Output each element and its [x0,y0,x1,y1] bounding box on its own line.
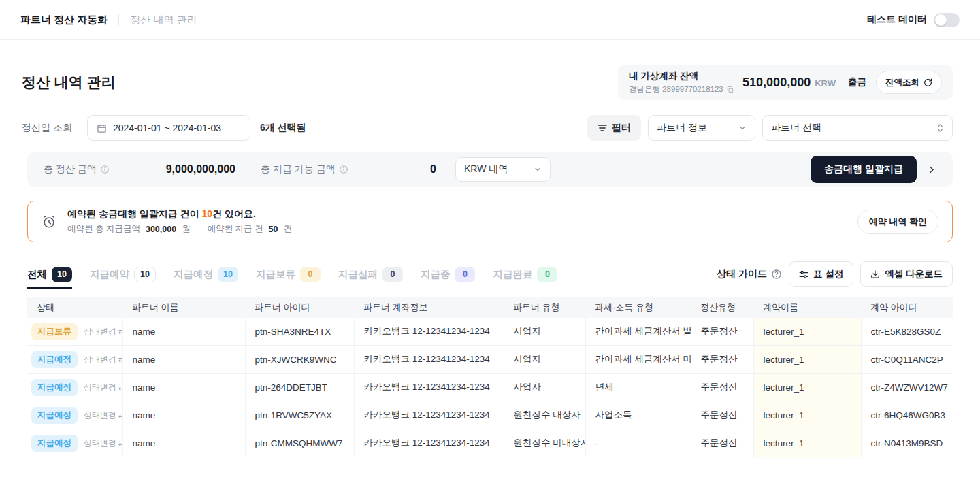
chevron-right-icon[interactable] [926,165,936,175]
calendar-icon [97,123,107,133]
cell-partner-name: name [122,374,245,401]
table-row: 지급예정상태변경⇄nameptn-264DDETJBT카카오뱅크 12-1234… [27,374,953,401]
info-icon[interactable] [339,165,348,174]
column-header: 계약 아이디 [861,297,953,318]
alert-message-suffix: 건 있어요. [212,208,256,219]
cell-partner-type: 사업자 [504,318,585,346]
table-row: 지급보류상태변경⇄nameptn-SHA3NRE4TX카카오뱅크 12-1234… [27,318,953,346]
status-badge: 지급보류 [31,323,78,340]
toggle-knob [935,14,947,26]
page-title: 정산 내역 관리 [22,73,116,92]
breadcrumb: 정산 내역 관리 [130,14,197,27]
cell-tax-type: - [585,429,691,457]
cell-partner-id: ptn-1RVWC5ZYAX [245,401,354,429]
balance-label: 내 가상계좌 잔액 [629,70,734,82]
copy-icon[interactable] [726,86,734,93]
table-row: 지급예정상태변경⇄nameptn-XJWCRK9WNC카카오뱅크 12-1234… [27,346,953,374]
cell-account: 카카오뱅크 12-12341234-1234 [354,374,504,401]
tab-label: 지급예정 [174,268,213,281]
cell-partner-id: ptn-CMMSQHMWW7 [245,429,354,457]
cell-partner-type: 사업자 [504,346,585,374]
download-icon [870,269,880,279]
test-data-toggle[interactable] [934,13,960,27]
cell-partner-id: ptn-XJWCRK9WNC [245,346,354,374]
column-header: 정산유형 [691,297,753,318]
cell-partner-id: ptn-SHA3NRE4TX [245,318,354,346]
tab-전체[interactable]: 전체10 [27,267,72,282]
test-data-label: 테스트 데이터 [867,14,927,26]
tab-label: 지급중 [421,268,451,281]
help-icon[interactable] [771,269,782,280]
column-header: 과세·소득 유형 [585,297,691,318]
cell-contract-id: ctr-N0413M9BSD [861,429,953,457]
scheduled-amount-label: 예약된 총 지급금액 [67,223,140,235]
status-change-button[interactable]: 상태변경⇄ [84,326,122,337]
status-change-button[interactable]: 상태변경⇄ [84,437,122,449]
currency-dropdown[interactable]: KRW 내역 [455,157,551,182]
tab-지급보류[interactable]: 지급보류0 [256,267,321,282]
cell-status: 지급예정상태변경⇄ [27,401,122,429]
tab-label: 지급예약 [90,268,129,281]
excel-download-button[interactable]: 엑셀 다운로드 [860,261,953,287]
summary-bar: 총 정산 금액 9,000,000,000 총 지급 가능 금액 0 KRW 내… [27,152,953,187]
date-filter-label: 정산일 조회 [22,122,72,134]
filter-button-label: 필터 [612,122,631,134]
status-change-label: 상태변경 [84,326,116,337]
swap-arrows-icon: ⇄ [118,410,122,420]
balance-currency: KRW [815,78,836,88]
date-range-input[interactable]: 2024-01-01 ~ 2024-01-03 [87,115,250,141]
balance-card: 내 가상계좌 잔액 경남은행 28999770218123 510,000,00… [618,65,953,100]
cell-contract-id: ctr-C0Q11ANC2P [861,346,953,374]
status-change-button[interactable]: 상태변경⇄ [84,354,122,365]
tab-count-badge: 10 [52,267,72,282]
bank-account-number: 경남은행 28999770218123 [629,84,723,95]
status-badge: 지급예정 [31,407,78,424]
scheduled-amount-unit: 원 [182,223,191,235]
status-change-button[interactable]: 상태변경⇄ [84,382,122,393]
tab-지급예약[interactable]: 지급예약10 [90,267,156,282]
balance-refresh-button[interactable]: 잔액조회 [876,71,942,94]
swap-arrows-icon: ⇄ [118,327,122,336]
scheduled-count-label: 예약된 지급 건 [208,223,263,235]
topbar: 파트너 정산 자동화 정산 내역 관리 테스트 데이터 [0,0,980,40]
cell-partner-name: name [122,429,245,457]
cell-account: 카카오뱅크 12-12341234-1234 [354,346,504,374]
tab-지급완료[interactable]: 지급완료0 [493,267,557,282]
tab-지급실패[interactable]: 지급실패0 [338,267,403,282]
table-settings-label: 표 설정 [813,268,843,280]
total-settlement-label: 총 정산 금액 [44,163,97,176]
updown-chevron-icon [936,123,944,133]
cell-contract-id: ctr-Z4WZWV12W7 [861,374,953,401]
cell-partner-name: name [122,318,245,346]
cell-settlement-type: 주문정산 [691,429,753,457]
tab-count-badge: 0 [300,267,321,282]
status-change-button[interactable]: 상태변경⇄ [84,410,122,421]
table-settings-button[interactable]: 표 설정 [789,261,853,287]
status-change-label: 상태변경 [84,354,116,365]
column-header: 파트너 계좌정보 [354,297,504,318]
bulk-pay-button[interactable]: 송금대행 일괄지급 [811,156,917,183]
filter-button[interactable]: 필터 [587,115,641,141]
tab-label: 지급실패 [338,268,378,281]
table-row: 지급예정상태변경⇄nameptn-CMMSQHMWW7카카오뱅크 12-1234… [27,429,953,457]
scheduled-count-unit: 건 [284,223,293,235]
total-payable-label: 총 지급 가능 금액 [261,163,336,176]
column-header: 파트너 유형 [504,297,585,318]
balance-refresh-label: 잔액조회 [885,77,919,88]
tab-count-badge: 0 [382,267,403,282]
cell-partner-name: name [122,401,245,429]
tab-지급중[interactable]: 지급중0 [421,267,476,282]
tab-지급예정[interactable]: 지급예정10 [174,267,238,282]
info-icon[interactable] [100,165,110,174]
cell-settlement-type: 주문정산 [691,318,753,346]
partner-select[interactable]: 파트너 선택 [762,115,953,141]
currency-value: KRW 내역 [464,163,508,176]
cell-contract-name: lecturer_1 [753,429,861,457]
refresh-icon [924,78,932,87]
tab-label: 지급보류 [256,268,295,281]
alert-divider [199,225,199,233]
partner-info-dropdown[interactable]: 파트너 정보 [648,115,755,141]
withdraw-button[interactable]: 출금 [848,76,866,88]
chevron-down-icon [738,124,747,132]
reservation-confirm-button[interactable]: 예약 내역 확인 [858,210,938,234]
